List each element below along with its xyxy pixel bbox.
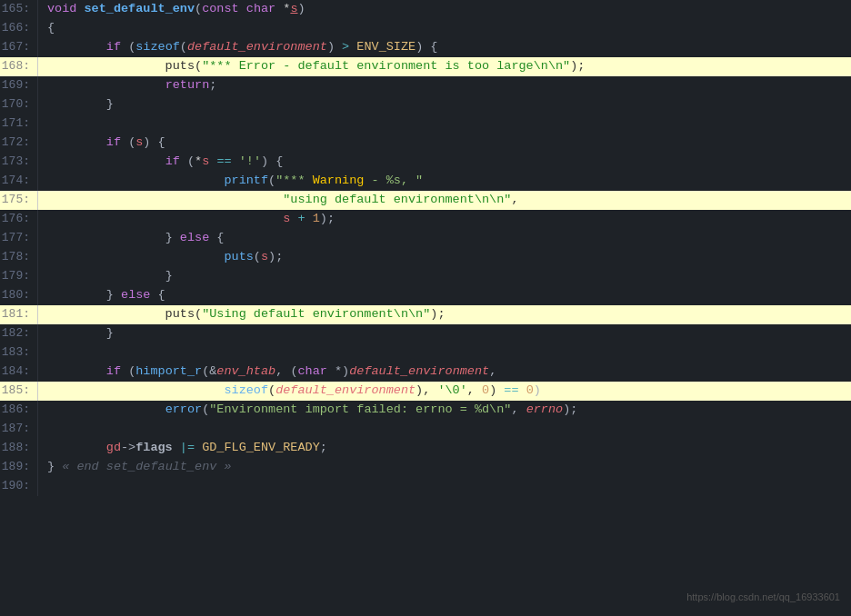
line-num-168: 168: <box>0 57 38 76</box>
code-line-189: 189: } « end set_default_env » <box>0 458 851 477</box>
line-num-177: 177: <box>0 229 38 248</box>
code-line-175: 175: "using default environment\n\n", <box>0 191 851 210</box>
line-content-186: error("Environment import failed: errno … <box>38 401 851 420</box>
code-line-168: 168: puts("*** Error - default environme… <box>0 57 851 76</box>
line-content-175: "using default environment\n\n", <box>38 191 851 210</box>
code-line-171: 171: <box>0 114 851 134</box>
line-num-181: 181: <box>0 305 38 324</box>
code-line-176: 176: s + 1); <box>0 210 851 229</box>
line-content-173: if (*s == '!') { <box>38 153 851 172</box>
line-content-177: } else { <box>38 229 851 248</box>
code-line-182: 182: } <box>0 324 851 343</box>
line-num-166: 166: <box>0 19 38 38</box>
code-line-167: 167: if (sizeof(default_environment) > E… <box>0 38 851 57</box>
line-num-167: 167: <box>0 38 38 57</box>
line-content-190 <box>38 477 851 496</box>
line-num-178: 178: <box>0 248 38 267</box>
line-num-172: 172: <box>0 134 38 153</box>
line-num-190: 190: <box>0 477 38 496</box>
line-num-174: 174: <box>0 172 38 191</box>
line-content-167: if (sizeof(default_environment) > ENV_SI… <box>38 38 851 57</box>
line-num-186: 186: <box>0 401 38 420</box>
code-line-177: 177: } else { <box>0 229 851 248</box>
line-content-169: return; <box>38 76 851 95</box>
code-line-185: 185: sizeof(default_environment), '\0', … <box>0 382 851 401</box>
line-content-185: sizeof(default_environment), '\0', 0) ==… <box>38 382 851 401</box>
watermark: https://blog.csdn.net/qq_16933601 <box>686 590 840 605</box>
line-num-176: 176: <box>0 210 38 229</box>
code-line-169: 169: return; <box>0 76 851 95</box>
line-num-169: 169: <box>0 76 38 95</box>
line-content-180: } else { <box>38 286 851 305</box>
line-content-182: } <box>38 324 851 343</box>
line-num-185: 185: <box>0 382 38 401</box>
line-num-175: 175: <box>0 191 38 210</box>
line-content-168: puts("*** Error - default environment is… <box>38 57 851 76</box>
code-line-173: 173: if (*s == '!') { <box>0 153 851 172</box>
line-num-188: 188: <box>0 439 38 458</box>
code-line-188: 188: gd->flags |= GD_FLG_ENV_READY; <box>0 439 851 458</box>
line-num-171: 171: <box>0 114 38 134</box>
line-content-179: } <box>38 267 851 286</box>
line-num-180: 180: <box>0 286 38 305</box>
code-line-165: 165: void set_default_env(const char *s) <box>0 0 851 19</box>
line-num-187: 187: <box>0 420 38 439</box>
code-line-184: 184: if (himport_r(&env_htab, (char *)de… <box>0 363 851 382</box>
line-num-189: 189: <box>0 458 38 477</box>
line-num-179: 179: <box>0 267 38 286</box>
line-content-176: s + 1); <box>38 210 851 229</box>
code-line-181: 181: puts("Using default environment\n\n… <box>0 305 851 324</box>
line-num-184: 184: <box>0 363 38 382</box>
code-line-166: 166: { <box>0 19 851 38</box>
code-line-174: 174: printf("*** Warning - %s, " <box>0 172 851 191</box>
line-content-171 <box>38 114 851 134</box>
code-line-179: 179: } <box>0 267 851 286</box>
line-content-189: } « end set_default_env » <box>38 458 851 477</box>
line-content-187 <box>38 420 851 439</box>
line-num-165: 165: <box>0 0 38 19</box>
line-num-182: 182: <box>0 324 38 343</box>
code-line-190: 190: <box>0 477 851 496</box>
line-content-181: puts("Using default environment\n\n"); <box>38 305 851 324</box>
code-line-170: 170: } <box>0 95 851 114</box>
line-content-183 <box>38 343 851 363</box>
line-num-183: 183: <box>0 343 38 363</box>
line-content-170: } <box>38 95 851 114</box>
line-content-174: printf("*** Warning - %s, " <box>38 172 851 191</box>
code-line-187: 187: <box>0 420 851 439</box>
line-num-173: 173: <box>0 153 38 172</box>
line-num-170: 170: <box>0 95 38 114</box>
line-content-172: if (s) { <box>38 134 851 153</box>
line-content-188: gd->flags |= GD_FLG_ENV_READY; <box>38 439 851 458</box>
code-container: 165: void set_default_env(const char *s)… <box>0 0 851 616</box>
code-line-178: 178: puts(s); <box>0 248 851 267</box>
line-content-166: { <box>38 19 851 38</box>
line-content-165: void set_default_env(const char *s) <box>38 0 851 19</box>
code-line-183: 183: <box>0 343 851 363</box>
line-content-178: puts(s); <box>38 248 851 267</box>
code-line-172: 172: if (s) { <box>0 134 851 153</box>
code-line-186: 186: error("Environment import failed: e… <box>0 401 851 420</box>
code-line-180: 180: } else { <box>0 286 851 305</box>
line-content-184: if (himport_r(&env_htab, (char *)default… <box>38 363 851 382</box>
